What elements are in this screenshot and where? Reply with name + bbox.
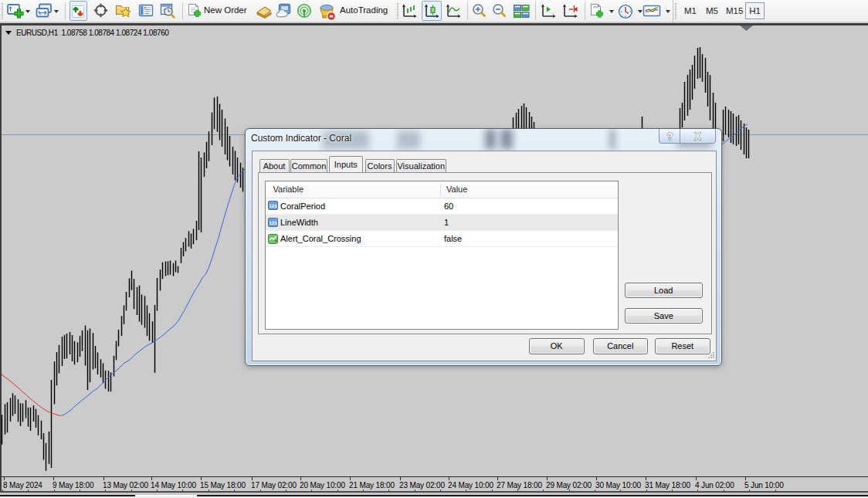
svg-text:X: X bbox=[694, 131, 701, 142]
svg-text:123: 123 bbox=[269, 204, 277, 208]
svg-text:?: ? bbox=[666, 130, 673, 142]
svg-text:123: 123 bbox=[269, 220, 277, 225]
